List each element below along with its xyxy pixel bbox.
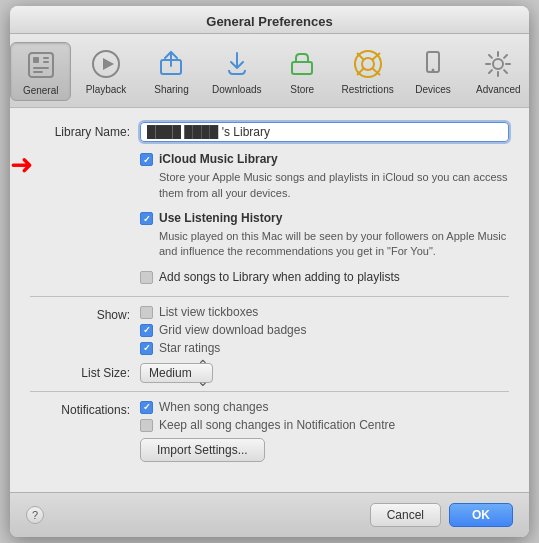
add-songs-checkbox-row: Add songs to Library when adding to play…: [140, 270, 509, 284]
add-songs-checkbox[interactable]: [140, 271, 153, 284]
listening-checkbox-row: Use Listening History: [140, 211, 509, 225]
cancel-button[interactable]: Cancel: [370, 503, 441, 527]
toolbar-label-restrictions: Restrictions: [341, 84, 393, 95]
svg-marker-7: [103, 58, 114, 70]
listening-row: Use Listening History Music played on th…: [30, 211, 509, 266]
list-size-dropdown-container: Small Medium Large ⌃⌄: [140, 363, 213, 383]
toolbar: General Playback Sharing: [10, 34, 529, 108]
icloud-content: ➜ iCloud Music Library Store your Apple …: [140, 152, 509, 207]
icloud-row-label: [30, 152, 140, 155]
bottom-left: ?: [26, 506, 370, 524]
when-song-row: When song changes: [140, 400, 509, 414]
preferences-window: General Preferences General: [10, 6, 529, 537]
list-view-row: List view tickboxes: [140, 305, 509, 319]
toolbar-item-playback[interactable]: Playback: [75, 42, 136, 101]
when-song-checkbox[interactable]: [140, 401, 153, 414]
content-area: Library Name: ➜ iCloud Music Library Sto…: [10, 108, 529, 492]
listening-checkbox[interactable]: [140, 212, 153, 225]
toolbar-item-restrictions[interactable]: Restrictions: [337, 42, 398, 101]
svg-rect-3: [43, 61, 49, 63]
title-bar: General Preferences: [10, 6, 529, 34]
bottom-bar: ? Cancel OK: [10, 492, 529, 537]
toolbar-item-general[interactable]: General: [10, 42, 71, 101]
svg-rect-0: [29, 53, 53, 77]
sharing-icon: [153, 46, 189, 82]
show-content: List view tickboxes Grid view download b…: [140, 305, 509, 359]
restrictions-icon: [350, 46, 386, 82]
list-size-select[interactable]: Small Medium Large: [140, 363, 213, 383]
grid-view-row: Grid view download badges: [140, 323, 509, 337]
notifications-content: When song changes Keep all song changes …: [140, 400, 509, 436]
toolbar-label-playback: Playback: [86, 84, 127, 95]
toolbar-label-advanced: Advanced: [476, 84, 520, 95]
library-name-row: Library Name:: [30, 122, 509, 142]
toolbar-label-general: General: [23, 85, 59, 96]
icloud-title: iCloud Music Library: [159, 152, 278, 166]
devices-icon: [415, 46, 451, 82]
svg-rect-2: [43, 57, 49, 59]
toolbar-item-store[interactable]: Store: [272, 42, 333, 101]
svg-rect-5: [33, 71, 43, 73]
icloud-row: ➜ iCloud Music Library Store your Apple …: [30, 152, 509, 207]
toolbar-label-downloads: Downloads: [212, 84, 261, 95]
icloud-checkbox[interactable]: [140, 153, 153, 166]
grid-view-checkbox[interactable]: [140, 324, 153, 337]
library-name-input[interactable]: [140, 122, 509, 142]
star-ratings-row: Star ratings: [140, 341, 509, 355]
store-icon: [284, 46, 320, 82]
help-button[interactable]: ?: [26, 506, 44, 524]
red-arrow: ➜: [10, 151, 33, 179]
svg-point-17: [431, 69, 434, 72]
library-name-label: Library Name:: [30, 122, 140, 139]
star-ratings-label: Star ratings: [159, 341, 220, 355]
library-name-content: [140, 122, 509, 142]
star-ratings-checkbox[interactable]: [140, 342, 153, 355]
keep-all-label: Keep all song changes in Notification Ce…: [159, 418, 395, 432]
listening-title: Use Listening History: [159, 211, 282, 225]
grid-view-label: Grid view download badges: [159, 323, 306, 337]
icloud-desc: Store your Apple Music songs and playlis…: [159, 170, 509, 201]
svg-rect-1: [33, 57, 39, 63]
toolbar-item-devices[interactable]: Devices: [402, 42, 463, 101]
add-songs-title: Add songs to Library when adding to play…: [159, 270, 400, 284]
notifications-row: Notifications: When song changes Keep al…: [30, 400, 509, 436]
notifications-label: Notifications:: [30, 400, 140, 417]
icloud-checkbox-row: ➜ iCloud Music Library: [140, 152, 509, 166]
add-songs-row: Add songs to Library when adding to play…: [30, 270, 509, 288]
separator-1: [30, 296, 509, 297]
import-settings-button[interactable]: Import Settings...: [140, 438, 265, 462]
advanced-icon: [480, 46, 516, 82]
downloads-icon: [219, 46, 255, 82]
window-title: General Preferences: [206, 14, 332, 29]
playback-icon: [88, 46, 124, 82]
toolbar-label-store: Store: [290, 84, 314, 95]
list-size-label: List Size:: [30, 363, 140, 380]
svg-rect-9: [292, 62, 312, 74]
toolbar-label-devices: Devices: [415, 84, 451, 95]
list-size-content: Small Medium Large ⌃⌄: [140, 363, 509, 383]
listening-desc: Music played on this Mac will be seen by…: [159, 229, 509, 260]
show-row: Show: List view tickboxes Grid view down…: [30, 305, 509, 359]
toolbar-item-advanced[interactable]: Advanced: [468, 42, 529, 101]
toolbar-item-sharing[interactable]: Sharing: [141, 42, 202, 101]
svg-point-18: [493, 59, 503, 69]
show-label: Show:: [30, 305, 140, 322]
list-view-label: List view tickboxes: [159, 305, 258, 319]
ok-button[interactable]: OK: [449, 503, 513, 527]
add-songs-content: Add songs to Library when adding to play…: [140, 270, 509, 288]
svg-rect-4: [33, 67, 49, 69]
keep-all-checkbox[interactable]: [140, 419, 153, 432]
toolbar-item-downloads[interactable]: Downloads: [206, 42, 267, 101]
import-row: Import Settings...: [140, 438, 509, 470]
separator-2: [30, 391, 509, 392]
listening-content: Use Listening History Music played on th…: [140, 211, 509, 266]
general-icon: [23, 47, 59, 83]
list-view-checkbox[interactable]: [140, 306, 153, 319]
when-song-label: When song changes: [159, 400, 268, 414]
list-size-row: List Size: Small Medium Large ⌃⌄: [30, 363, 509, 383]
keep-all-row: Keep all song changes in Notification Ce…: [140, 418, 509, 432]
toolbar-label-sharing: Sharing: [154, 84, 188, 95]
